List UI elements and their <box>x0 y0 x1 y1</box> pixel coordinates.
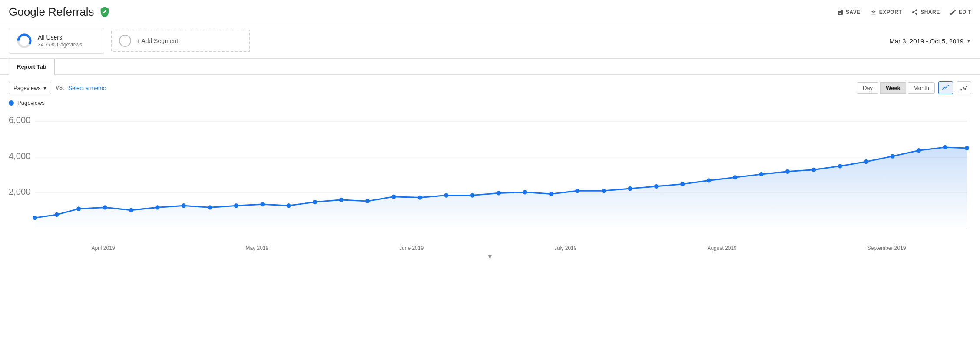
svg-point-28 <box>391 194 396 199</box>
svg-point-38 <box>654 184 659 189</box>
svg-point-46 <box>864 159 868 164</box>
month-button[interactable]: Month <box>908 82 935 94</box>
svg-point-37 <box>628 186 632 191</box>
all-users-segment[interactable]: All Users 34.77% Pageviews <box>9 28 104 54</box>
add-segment-circle <box>119 35 131 47</box>
chart-controls: Pageviews ▾ VS. Select a metric Day Week… <box>0 75 980 98</box>
svg-text:6,000: 6,000 <box>9 115 30 125</box>
export-button[interactable]: EXPORT <box>870 9 902 16</box>
svg-marker-13 <box>35 147 967 229</box>
svg-point-15 <box>55 212 59 217</box>
date-range-label: Mar 3, 2019 - Oct 5, 2019 <box>889 37 963 45</box>
svg-point-5 <box>966 86 967 87</box>
svg-text:4,000: 4,000 <box>9 151 30 161</box>
metric-selector: Pageviews ▾ VS. Select a metric <box>9 82 106 94</box>
svg-point-25 <box>313 200 317 204</box>
svg-point-3 <box>963 87 964 89</box>
svg-point-14 <box>33 216 37 220</box>
segments-left: All Users 34.77% Pageviews + Add Segment <box>9 28 250 54</box>
share-button[interactable]: SHARE <box>911 9 940 16</box>
svg-point-20 <box>182 203 186 208</box>
edit-icon <box>950 9 957 16</box>
day-button[interactable]: Day <box>857 82 878 94</box>
legend-label: Pageviews <box>17 100 45 106</box>
svg-point-43 <box>785 169 790 174</box>
chart-legend: Pageviews <box>0 98 980 108</box>
x-label-august: August 2019 <box>707 245 736 251</box>
line-chart-button[interactable] <box>938 81 953 94</box>
add-segment-card[interactable]: + Add Segment <box>111 30 250 52</box>
svg-point-30 <box>444 193 448 197</box>
page-title: Google Referrals <box>9 5 94 19</box>
svg-point-4 <box>964 88 966 90</box>
svg-point-34 <box>549 192 553 196</box>
svg-point-24 <box>287 203 291 208</box>
svg-point-48 <box>917 148 921 153</box>
svg-point-22 <box>234 203 238 208</box>
svg-point-21 <box>208 205 212 209</box>
chart-svg: 6,000 4,000 2,000 <box>9 108 971 242</box>
header-left: Google Referrals <box>9 5 111 19</box>
dropdown-chevron-icon: ▾ <box>43 85 46 91</box>
svg-point-40 <box>707 178 711 182</box>
svg-point-44 <box>811 167 816 172</box>
svg-point-33 <box>523 190 527 194</box>
metric-label: Pageviews <box>13 85 41 91</box>
chart-type-controls: Day Week Month <box>857 81 971 94</box>
segments-bar: All Users 34.77% Pageviews + Add Segment… <box>0 23 980 59</box>
svg-point-23 <box>260 202 265 206</box>
scrollbar-area: ▼ <box>0 251 980 262</box>
x-label-september: September 2019 <box>867 245 906 251</box>
svg-point-41 <box>733 175 737 179</box>
svg-point-35 <box>575 189 579 193</box>
vs-label: VS. <box>56 85 64 91</box>
svg-point-19 <box>155 205 159 209</box>
share-icon <box>911 9 918 16</box>
metric-dropdown[interactable]: Pageviews ▾ <box>9 82 51 94</box>
svg-point-32 <box>497 191 501 195</box>
dot-chart-button[interactable] <box>957 81 971 94</box>
segment-sub: 34.77% Pageviews <box>38 42 82 48</box>
svg-point-2 <box>960 89 962 91</box>
svg-point-26 <box>339 198 343 202</box>
svg-point-18 <box>129 208 133 212</box>
segment-info: All Users 34.77% Pageviews <box>38 34 82 48</box>
edit-button[interactable]: EDIT <box>950 9 971 16</box>
svg-point-36 <box>602 189 606 193</box>
chart-area: 6,000 4,000 2,000 <box>0 108 980 242</box>
dot-chart-icon <box>960 84 968 91</box>
legend-dot <box>9 100 14 106</box>
scroll-chevron-icon: ▼ <box>487 253 493 261</box>
save-icon <box>837 9 844 16</box>
all-users-donut <box>16 33 33 49</box>
svg-point-16 <box>76 206 81 211</box>
header-actions: SAVE EXPORT SHARE EDIT <box>837 9 971 16</box>
shield-icon <box>99 6 111 18</box>
export-icon <box>870 9 877 16</box>
x-label-june: June 2019 <box>399 245 424 251</box>
save-button[interactable]: SAVE <box>837 9 861 16</box>
week-button[interactable]: Week <box>880 82 906 94</box>
svg-point-42 <box>759 172 763 176</box>
x-label-april: April 2019 <box>91 245 115 251</box>
line-chart-icon <box>942 84 950 91</box>
select-metric-link[interactable]: Select a metric <box>68 85 106 91</box>
segment-name: All Users <box>38 34 82 41</box>
svg-point-47 <box>891 154 895 158</box>
report-tab[interactable]: Report Tab <box>9 59 55 75</box>
svg-point-17 <box>103 205 107 209</box>
date-range-button[interactable]: Mar 3, 2019 - Oct 5, 2019 ▼ <box>889 37 971 45</box>
svg-text:2,000: 2,000 <box>9 187 30 196</box>
svg-point-29 <box>418 196 422 200</box>
header: Google Referrals SAVE EXPORT SHARE EDIT <box>0 0 980 23</box>
svg-point-50 <box>965 146 969 150</box>
svg-point-31 <box>470 193 475 197</box>
svg-point-39 <box>680 182 685 186</box>
report-tab-bar: Report Tab <box>0 59 980 75</box>
x-axis-labels: April 2019 May 2019 June 2019 July 2019 … <box>0 242 980 251</box>
svg-point-49 <box>943 145 947 149</box>
x-label-july: July 2019 <box>554 245 576 251</box>
svg-point-45 <box>838 164 842 168</box>
x-label-may: May 2019 <box>245 245 268 251</box>
chevron-down-icon: ▼ <box>966 38 971 44</box>
